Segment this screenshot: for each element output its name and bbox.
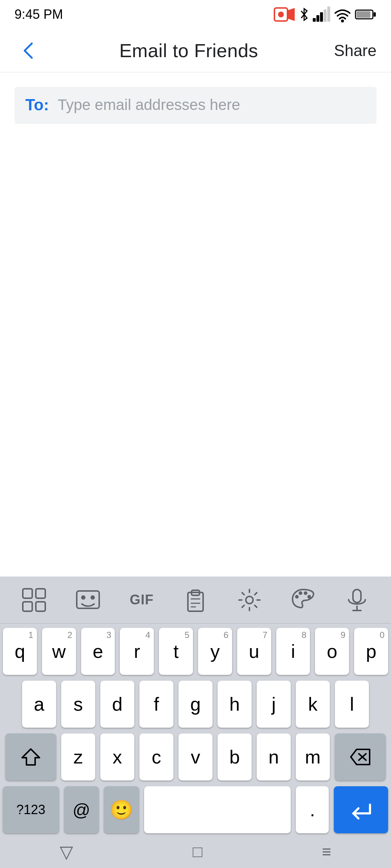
key-u[interactable]: 7 u [237,628,271,675]
to-label: To: [25,96,49,114]
key-row-2: a s d f g h j k l [3,681,388,728]
email-input[interactable] [58,96,366,114]
key-e[interactable]: 3 e [81,628,115,675]
content-area [0,123,391,376]
page-title: Email to Friends [119,40,258,61]
toolbar-apps-button[interactable] [10,584,58,616]
back-button[interactable] [14,36,43,65]
toolbar-clipboard-button[interactable] [172,584,219,616]
keyboard-rows: 1 q 2 w 3 e 4 r 5 t 6 y [0,624,391,833]
key-t[interactable]: 5 t [159,628,193,675]
keyboard: GIF [0,576,391,868]
key-row-1: 1 q 2 w 3 e 4 r 5 t 6 y [3,628,388,675]
svg-marker-32 [22,749,39,765]
svg-rect-6 [324,9,327,22]
nav-home-button[interactable]: □ [193,843,202,861]
svg-rect-3 [313,18,316,22]
key-x[interactable]: x [100,733,134,780]
svg-rect-12 [23,589,32,598]
svg-point-28 [307,595,311,599]
bluetooth-icon [299,7,309,22]
status-icons [274,7,377,22]
svg-point-8 [341,20,344,22]
shift-key[interactable] [5,733,56,780]
svg-point-1 [278,12,284,17]
keyboard-toolbar: GIF [0,576,391,624]
key-h[interactable]: h [218,681,252,728]
key-p[interactable]: 0 p [354,628,388,675]
key-w[interactable]: 2 w [42,628,76,675]
key-s[interactable]: s [61,681,95,728]
share-button[interactable]: Share [334,38,377,63]
svg-rect-29 [353,590,361,603]
svg-point-18 [91,595,95,600]
status-time: 9:45 PM [14,7,63,22]
svg-rect-5 [320,12,323,22]
period-key[interactable]: . [296,786,329,833]
svg-rect-4 [316,15,319,22]
svg-rect-10 [374,12,376,17]
key-z[interactable]: z [61,733,95,780]
nav-menu-button[interactable]: ≡ [322,843,331,861]
key-n[interactable]: n [257,733,291,780]
key-row-3: z x c v b n m [3,733,388,780]
key-j[interactable]: j [257,681,291,728]
svg-marker-2 [288,8,295,21]
key-k[interactable]: k [296,681,330,728]
toolbar-mic-button[interactable] [333,584,381,616]
space-key[interactable] [144,786,291,833]
key-i[interactable]: 8 i [276,628,310,675]
key-v[interactable]: v [178,733,213,780]
wifi-icon [334,7,351,22]
signal-icon [313,7,330,22]
svg-point-17 [81,595,85,600]
svg-rect-7 [327,7,330,22]
status-bar: 9:45 PM [0,0,391,29]
delete-key[interactable] [335,733,386,780]
enter-key[interactable] [334,786,388,833]
svg-point-27 [304,591,307,595]
svg-rect-14 [23,602,32,611]
svg-rect-15 [36,602,45,611]
toolbar-sticker-button[interactable] [64,584,112,616]
at-key[interactable]: @ [64,786,99,833]
key-f[interactable]: f [139,681,173,728]
key-q[interactable]: 1 q [3,628,37,675]
svg-point-24 [246,596,253,604]
numbers-key[interactable]: ?123 [3,786,59,833]
battery-icon [355,7,377,22]
svg-rect-13 [36,589,45,598]
key-y[interactable]: 6 y [198,628,232,675]
toolbar-palette-button[interactable] [279,584,327,616]
toolbar-settings-button[interactable] [226,584,273,616]
key-m[interactable]: m [296,733,330,780]
key-o[interactable]: 9 o [315,628,349,675]
key-c[interactable]: c [139,733,173,780]
nav-back-button[interactable]: ▽ [60,842,73,862]
gif-label: GIF [130,592,154,608]
key-l[interactable]: l [335,681,369,728]
video-camera-icon [274,7,295,22]
to-field-container: To: [14,87,377,123]
toolbar-gif-button[interactable]: GIF [118,584,165,616]
key-d[interactable]: d [100,681,134,728]
svg-point-26 [299,591,302,595]
emoji-key[interactable]: 🙂 [104,786,139,833]
nav-bar: ▽ □ ≡ [0,839,391,868]
svg-rect-11 [357,11,370,18]
key-row-4: ?123 @ 🙂 . [3,786,388,833]
key-b[interactable]: b [218,733,252,780]
key-g[interactable]: g [178,681,213,728]
email-form: To: [0,72,391,123]
key-a[interactable]: a [22,681,56,728]
app-bar: Email to Friends Share [0,29,391,72]
key-r[interactable]: 4 r [120,628,154,675]
svg-point-25 [295,595,299,599]
